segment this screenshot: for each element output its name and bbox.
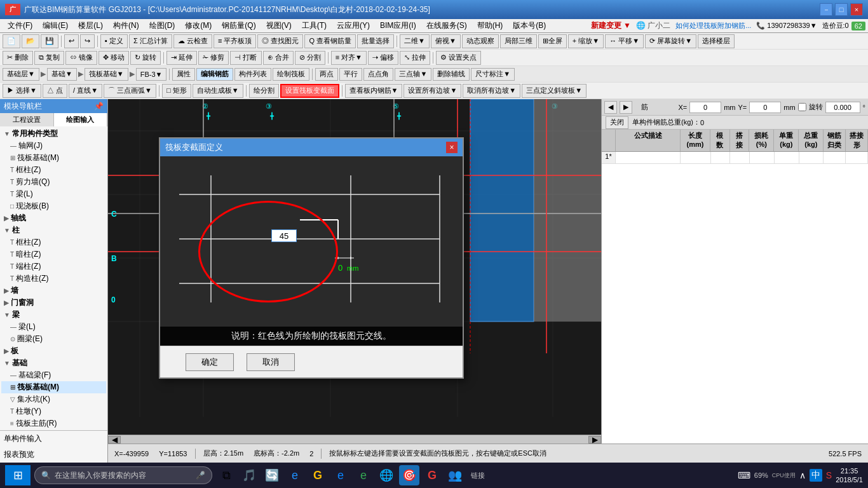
report-preview[interactable]: 报表预览: [0, 447, 107, 463]
tb-rotate-screen[interactable]: ⟳ 屏幕旋转▼: [645, 34, 696, 48]
tb-redo[interactable]: ↪: [80, 34, 95, 48]
tb-local-3d[interactable]: 局部三维: [500, 34, 537, 48]
tb-3pt-slope[interactable]: 三点定义斜坡板▼: [522, 84, 587, 98]
tb-2d[interactable]: 二维▼: [400, 34, 430, 48]
app-edge[interactable]: e: [330, 465, 351, 485]
tree-item-liang[interactable]: — 梁(L): [1, 321, 106, 333]
tree-item-endcol[interactable]: T 端柱(Z): [1, 261, 106, 273]
app-users[interactable]: 👥: [445, 465, 465, 485]
bc-edit-rebar[interactable]: 编辑钢筋: [196, 68, 233, 81]
tray-ime[interactable]: S: [826, 470, 832, 480]
tb-move[interactable]: ✥ 移动: [98, 51, 129, 65]
tb-view-angle[interactable]: 俯视▼: [431, 34, 461, 48]
tb-select-tool[interactable]: ▶ 选择▼: [3, 84, 41, 98]
clock-display[interactable]: 21:35 2018/5/1: [836, 466, 863, 485]
dimension-input[interactable]: 45: [271, 229, 297, 242]
tb-save[interactable]: 💾: [41, 34, 58, 48]
menu-online[interactable]: 在线服务(S): [421, 19, 472, 32]
bc-raft-type[interactable]: 筏板基础▼: [85, 68, 128, 81]
app-music[interactable]: 🎵: [239, 465, 259, 485]
app-target[interactable]: 🎯: [399, 465, 419, 485]
tb-auto-slab[interactable]: 自动生成板▼: [193, 84, 243, 98]
app-link[interactable]: 链接: [468, 465, 488, 485]
tree-item-kcol[interactable]: T 框柱(Z): [1, 236, 106, 248]
bc-foundation[interactable]: 基础▼: [47, 68, 77, 81]
menu-version[interactable]: 版本号(B): [508, 19, 551, 32]
menu-modify[interactable]: 修改(M): [180, 19, 217, 32]
tree-item-axis[interactable]: — 轴网(J): [1, 140, 106, 152]
tree-item-raft-found[interactable]: ⊞ 筏板基础(M): [1, 381, 106, 393]
single-component-input[interactable]: 单构件输入: [0, 431, 107, 447]
bc-delete-aux[interactable]: 删除辅线: [433, 68, 470, 81]
horizontal-scrollbar[interactable]: ◀ ▶: [108, 435, 601, 444]
scroll-left-btn[interactable]: ◀: [108, 436, 121, 444]
menu-cloud[interactable]: 云应用(Y): [332, 19, 375, 32]
tray-keyboard[interactable]: ⌨: [738, 470, 750, 480]
bc-three-axis[interactable]: 三点轴▼: [395, 68, 431, 81]
tb-extend[interactable]: ⇥ 延伸: [166, 51, 197, 65]
rotate-input[interactable]: [825, 102, 860, 113]
tb-zoom-in[interactable]: + 缩放▼: [568, 34, 604, 48]
tb-offset[interactable]: ⇢ 偏移: [368, 51, 398, 65]
tb-set-fixture[interactable]: ⚙ 设置夹点: [436, 51, 481, 65]
bc-component-list[interactable]: 构件列表: [234, 68, 271, 81]
close-panel-btn[interactable]: 关闭: [606, 116, 628, 129]
tb-rotate[interactable]: ↻ 旋转: [130, 51, 161, 65]
tb-level[interactable]: ≡ 平齐板顶: [214, 34, 256, 48]
app-gloddon[interactable]: G: [422, 465, 442, 485]
tb-new[interactable]: 📄: [3, 34, 20, 48]
app-taskview[interactable]: ⧉: [216, 465, 236, 485]
scroll-right-btn[interactable]: ▶: [588, 436, 601, 444]
tb-cancel-all-slope[interactable]: 取消所有边坡▼: [463, 84, 520, 98]
bc-draw-raft[interactable]: 绘制筏板: [273, 68, 309, 81]
tb-batch-select[interactable]: 批量选择: [357, 34, 394, 48]
taskbar-search[interactable]: 🔍 在这里输入你要搜索的内容 🎤: [34, 466, 212, 484]
cad-canvas-area[interactable]: ② ③ ⑤ ③ ╋ ╋ ╋: [108, 99, 601, 444]
tb-find-element[interactable]: ◎ 查找图元: [257, 34, 303, 48]
tree-group-axis[interactable]: ▶ 轴线: [1, 212, 106, 224]
tree-item-col-pier[interactable]: T 柱墩(Y): [1, 405, 106, 417]
bc-base-layer[interactable]: 基础层▼: [3, 68, 39, 81]
tb-mirror[interactable]: ⇔ 镜像: [65, 51, 97, 65]
tray-lang[interactable]: 中: [810, 469, 822, 482]
tree-item-cast-slab[interactable]: □ 现浇板(B): [1, 200, 106, 212]
menu-bim[interactable]: BIM应用(I): [375, 19, 421, 32]
app-edge2[interactable]: e: [353, 465, 374, 485]
panel-pin-icon[interactable]: 📌: [94, 102, 104, 111]
tb-split[interactable]: ⊘ 分割: [295, 51, 325, 65]
modal-close-button[interactable]: ×: [446, 142, 458, 153]
menu-tools[interactable]: 工具(T): [297, 19, 332, 32]
tb-select-layer[interactable]: 选择楼层: [698, 34, 735, 48]
tb-pan[interactable]: ↔ 平移▼: [605, 34, 644, 48]
tb-align[interactable]: ≡ 对齐▼: [331, 51, 367, 65]
tree-item-raft[interactable]: ⊞ 筏板基础(M): [1, 152, 106, 164]
app-ie[interactable]: e: [285, 465, 305, 485]
tray-arrow[interactable]: ∧: [799, 470, 806, 480]
tree-item-beam[interactable]: T 梁(L): [1, 188, 106, 200]
tree-item-ring-beam[interactable]: ⊙ 圈梁(E): [1, 333, 106, 345]
app-refresh[interactable]: 🔄: [262, 465, 282, 485]
bc-properties[interactable]: 属性: [172, 68, 195, 81]
tb-merge[interactable]: ⊕ 合并: [263, 51, 294, 65]
tree-group-door[interactable]: ▶ 门窗洞: [1, 297, 106, 309]
tb-set-raft-section[interactable]: 设置筏板变截面: [280, 84, 339, 98]
tree-item-sump[interactable]: ▽ 集水坑(K): [1, 393, 106, 405]
tab-project-setup[interactable]: 工程设置: [0, 113, 54, 126]
tb-sum[interactable]: Σ 汇总计算: [129, 34, 172, 48]
rotate-checkbox[interactable]: [798, 103, 806, 111]
menu-rebar[interactable]: 钢筋量(Q): [217, 19, 261, 32]
menu-component[interactable]: 构件(N): [108, 19, 144, 32]
help-link[interactable]: 如何处理筏板附加钢筋...: [675, 21, 751, 30]
maximize-button[interactable]: □: [835, 3, 848, 16]
tb-draw-split[interactable]: 绘分割: [249, 84, 279, 98]
tree-item-shear-wall[interactable]: T 剪力墙(Q): [1, 176, 106, 188]
minimize-button[interactable]: －: [820, 3, 832, 16]
tb-rect[interactable]: □ 矩形: [162, 84, 191, 98]
tree-group-beam[interactable]: ▼ 梁: [1, 309, 106, 321]
nav-prev[interactable]: ◀: [604, 101, 617, 114]
tree-item-ancol[interactable]: T 暗柱(Z): [1, 248, 106, 261]
bc-point-angle[interactable]: 点点角: [363, 68, 393, 81]
menu-view[interactable]: 视图(V): [261, 19, 297, 32]
bc-two-points[interactable]: 两点: [315, 68, 338, 81]
tb-undo[interactable]: ↩: [64, 34, 79, 48]
